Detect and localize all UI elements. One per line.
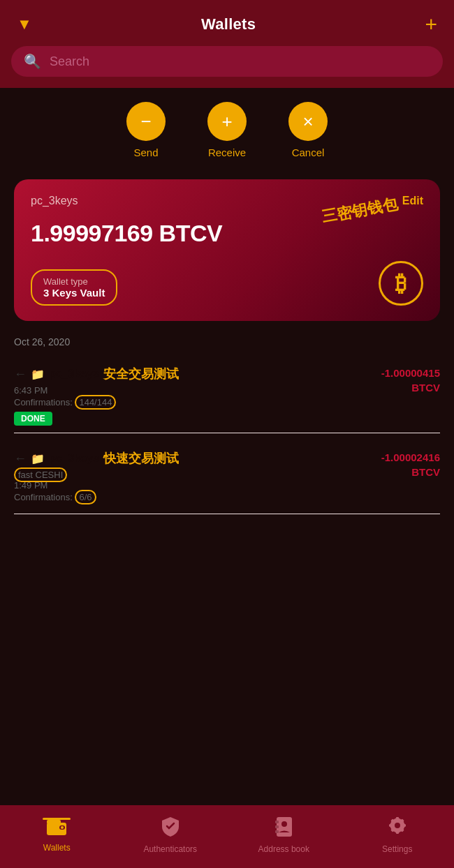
tx-time: 6:43 PM: [14, 385, 381, 396]
wallets-icon: [47, 818, 66, 840]
bitcoin-icon: ₿: [379, 261, 423, 306]
nav-item-wallets[interactable]: Wallets: [0, 818, 114, 853]
tx-conf-label: Confirmations:: [14, 492, 75, 502]
wallet-balance: 1.99997169 BTCV: [31, 220, 423, 247]
tx-conf-value: 144/144: [75, 395, 116, 410]
search-bar: 🔍: [0, 46, 454, 88]
tx-currency: BTCV: [411, 382, 440, 394]
wallet-edit-button[interactable]: Edit: [402, 195, 423, 207]
receive-label: Receive: [208, 147, 246, 158]
tx-confirmations: Confirmations: 144/144: [14, 397, 381, 407]
tx-amount: -1.00002416 BTCV: [381, 450, 440, 479]
tx-wallet-icon: 📁: [31, 452, 45, 465]
transaction-item[interactable]: ← 📁 pc_3keys 安全交易测试 6:43 PM Confirmation…: [14, 356, 440, 433]
svg-point-3: [61, 826, 64, 829]
svg-point-9: [395, 823, 400, 828]
cancel-button[interactable]: × Cancel: [288, 102, 328, 158]
svg-rect-7: [275, 830, 279, 833]
page-title: Wallets: [201, 15, 256, 33]
transaction-section: Oct 26, 2020 ← 📁 pc_3keys 安全交易测试 6:43 PM…: [0, 328, 454, 514]
tx-conf-value: 6/6: [75, 490, 96, 504]
transaction-date: Oct 26, 2020: [14, 336, 440, 347]
tx-sub-label: fast CESHI: [14, 470, 381, 480]
wallet-name: pc_3keys: [31, 195, 78, 207]
tx-annotation: 安全交易测试: [103, 366, 179, 382]
address-book-icon: [275, 817, 292, 841]
settings-icon: [388, 817, 407, 841]
tx-status-badge: DONE: [14, 412, 52, 426]
send-label: Send: [133, 147, 158, 158]
nav-settings-label: Settings: [382, 844, 412, 854]
tx-wallet-name: pc_3keys: [49, 452, 99, 465]
receive-icon: +: [207, 102, 247, 141]
tx-currency: BTCV: [411, 466, 440, 478]
nav-item-address-book[interactable]: Address book: [227, 817, 341, 854]
tx-wallet-icon: 📁: [31, 368, 45, 381]
svg-rect-6: [275, 825, 279, 828]
authenticators-icon: [162, 817, 179, 841]
wallet-card[interactable]: pc_3keys Edit 1.99997169 BTCV Wallet typ…: [14, 179, 440, 321]
nav-item-authenticators[interactable]: Authenticators: [114, 817, 228, 854]
search-icon: 🔍: [24, 53, 41, 70]
tx-annotation: 快速交易测试: [103, 450, 179, 467]
tx-amount-value: -1.00002416: [381, 451, 440, 463]
nav-address-book-label: Address book: [258, 844, 309, 854]
tx-direction-icon: ←: [14, 367, 27, 382]
add-wallet-icon[interactable]: +: [425, 13, 437, 36]
bottom-navigation: Wallets Authenticators Address book: [0, 805, 454, 868]
app-header: ▼ Wallets +: [0, 0, 454, 46]
send-button[interactable]: − Send: [126, 102, 166, 158]
tx-conf-label: Confirmations:: [14, 397, 75, 407]
tx-time: 1:49 PM: [14, 480, 381, 491]
search-input[interactable]: [50, 54, 430, 69]
tx-amount-value: -1.00000415: [381, 367, 440, 379]
transaction-item[interactable]: ← 📁 pc_3keys 快速交易测试 fast CESHI 1:49 PM C…: [14, 440, 440, 514]
nav-authenticators-label: Authenticators: [143, 844, 197, 854]
wallet-type-value: 3 Keys Vault: [43, 287, 105, 299]
nav-item-settings[interactable]: Settings: [341, 817, 455, 854]
receive-button[interactable]: + Receive: [207, 102, 247, 158]
send-icon: −: [126, 102, 166, 141]
svg-rect-5: [275, 821, 279, 823]
tx-wallet-name: pc_3keys: [49, 368, 99, 380]
wallet-type-label: Wallet type: [43, 276, 105, 287]
cancel-icon: ×: [288, 102, 328, 141]
wallet-type-badge: Wallet type 3 Keys Vault: [31, 269, 117, 306]
filter-icon[interactable]: ▼: [17, 15, 32, 33]
action-bar: − Send + Receive × Cancel: [0, 88, 454, 165]
svg-rect-1: [47, 820, 61, 824]
cancel-label: Cancel: [292, 147, 325, 158]
wallet-card-section: pc_3keys Edit 1.99997169 BTCV Wallet typ…: [0, 165, 454, 328]
nav-wallets-label: Wallets: [43, 843, 71, 853]
tx-confirmations: Confirmations: 6/6: [14, 492, 381, 502]
tx-direction-icon: ←: [14, 451, 27, 466]
tx-amount: -1.00000415 BTCV: [381, 366, 440, 395]
svg-point-8: [281, 821, 287, 827]
